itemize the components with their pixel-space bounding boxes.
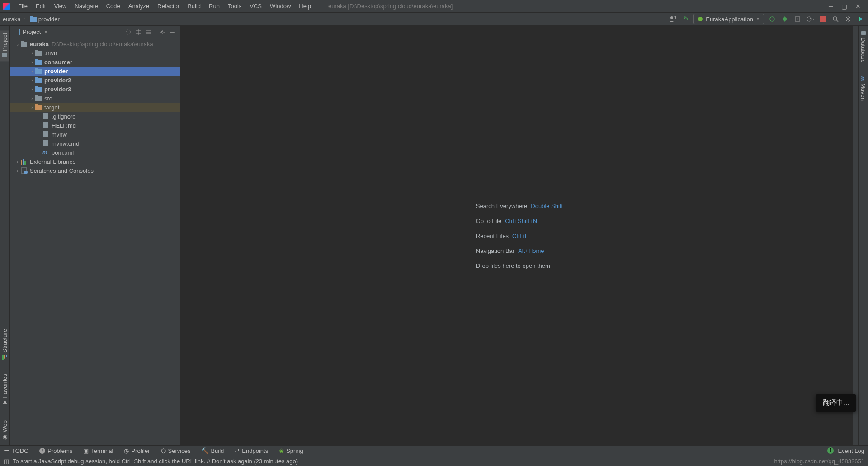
chevron-right-icon[interactable]: › (29, 69, 35, 74)
tab-services[interactable]: ⬡Services (161, 447, 191, 454)
run-button[interactable] (768, 14, 777, 24)
settings-icon[interactable] (844, 14, 853, 24)
chevron-down-icon[interactable]: ▼ (43, 29, 48, 34)
hint-label: Search Everywhere (476, 203, 527, 209)
menu-analyze[interactable]: Analyze (125, 1, 153, 11)
breadcrumb-root[interactable]: euraka (3, 16, 21, 23)
colorful-play-icon[interactable] (856, 14, 865, 24)
database-icon (861, 30, 866, 36)
file-icon (42, 113, 50, 119)
tree-node--mvn[interactable]: ›.mvn (10, 48, 180, 57)
chevron-right-icon[interactable]: › (29, 87, 35, 92)
project-title[interactable]: Project (23, 29, 41, 35)
tree-node-provider3[interactable]: ›provider3 (10, 85, 180, 94)
tree-node-provider[interactable]: ›provider (10, 67, 180, 76)
collapse-all-icon[interactable] (144, 28, 153, 37)
breadcrumb-current[interactable]: provider (38, 16, 60, 23)
tree-node-HELP-md[interactable]: HELP.md (10, 121, 180, 130)
tab-build[interactable]: 🔨Build (201, 447, 224, 454)
chevron-right-icon[interactable]: › (29, 51, 35, 56)
stop-button[interactable] (818, 14, 827, 24)
tree-node-src[interactable]: ›src (10, 94, 180, 103)
menu-help[interactable]: Help (295, 1, 315, 11)
hide-icon[interactable]: ─ (168, 28, 177, 37)
scratches-icon (21, 167, 28, 174)
chevron-right-icon[interactable]: › (29, 105, 35, 110)
menu-run[interactable]: Run (205, 1, 223, 11)
chevron-right-icon[interactable]: › (14, 159, 21, 164)
coverage-button[interactable] (793, 14, 802, 24)
stripe-database[interactable]: Database (860, 30, 867, 63)
menu-navigate[interactable]: Navigate (71, 1, 101, 11)
folder-icon (35, 50, 42, 56)
file-icon (42, 131, 50, 138)
svg-rect-27 (5, 355, 6, 359)
tree-scratches[interactable]: › Scratches and Consoles (10, 166, 180, 175)
file-icon (42, 140, 50, 147)
project-tree[interactable]: ⌄ euraka D:\Desktop\spring cloud\euraka\… (10, 38, 180, 445)
tab-todo[interactable]: ≔TODO (4, 447, 28, 454)
svg-rect-47 (35, 69, 42, 74)
menu-window[interactable]: Window (266, 1, 294, 11)
menu-build[interactable]: Build (184, 1, 204, 11)
menu-edit[interactable]: Edit (32, 1, 49, 11)
chevron-right-icon[interactable]: › (14, 168, 21, 173)
breadcrumb[interactable]: euraka 〉 provider (3, 15, 60, 23)
tree-node-mvnw-cmd[interactable]: mvnw.cmd (10, 139, 180, 148)
menu-view[interactable]: View (50, 1, 70, 11)
tab-problems[interactable]: !Problems (39, 447, 72, 454)
add-user-icon[interactable]: ▾ (668, 14, 677, 24)
tree-node-mvnw[interactable]: mvnw (10, 130, 180, 139)
expand-all-icon[interactable] (134, 28, 143, 37)
menu-tools[interactable]: Tools (224, 1, 245, 11)
menu-file[interactable]: File (14, 1, 31, 11)
tree-external-libraries[interactable]: › External Libraries (10, 157, 180, 166)
chevron-down-icon: ▼ (756, 17, 760, 21)
sync-icon[interactable] (681, 14, 690, 24)
minimize-button[interactable]: ─ (829, 3, 833, 10)
stripe-web[interactable]: ◉ Web (1, 420, 8, 441)
chevron-right-icon[interactable]: › (29, 96, 35, 101)
locate-icon[interactable] (124, 28, 133, 37)
svg-rect-45 (35, 60, 42, 65)
editor-scrollbar[interactable] (853, 26, 858, 445)
left-tool-stripe: Project Structure ★ Favorites ◉ Web (0, 26, 10, 445)
tab-event-log[interactable]: 1Event Log (827, 447, 864, 454)
chevron-right-icon[interactable]: › (29, 60, 35, 65)
chevron-right-icon[interactable]: › (29, 78, 35, 83)
menu-refactor[interactable]: Refactor (154, 1, 183, 11)
run-configuration-dropdown[interactable]: EurakaApplication ▼ (693, 14, 764, 24)
tab-endpoints[interactable]: ⇄Endpoints (235, 447, 268, 454)
menu-vcs[interactable]: VCS (246, 1, 265, 11)
svg-rect-28 (3, 355, 4, 360)
tree-root[interactable]: ⌄ euraka D:\Desktop\spring cloud\euraka\… (10, 39, 180, 48)
tree-node--gitignore[interactable]: .gitignore (10, 112, 180, 121)
tree-node-provider2[interactable]: ›provider2 (10, 76, 180, 85)
close-button[interactable]: ✕ (855, 3, 861, 10)
gear-icon[interactable] (158, 28, 167, 37)
debug-button[interactable] (780, 14, 789, 24)
tab-terminal[interactable]: ▣Terminal (83, 447, 113, 454)
tree-node-label: mvnw.cmd (52, 140, 79, 147)
tree-node-pom-xml[interactable]: mpom.xml (10, 148, 180, 157)
svg-rect-55 (35, 105, 42, 110)
stripe-structure[interactable]: Structure (1, 329, 8, 360)
svg-rect-58 (43, 122, 48, 128)
tab-profiler[interactable]: ◷Profiler (124, 447, 150, 454)
main-area: Project Structure ★ Favorites ◉ Web Proj… (0, 26, 868, 445)
svg-rect-25 (2, 53, 8, 57)
stripe-project[interactable]: Project (0, 30, 9, 61)
tree-node-consumer[interactable]: ›consumer (10, 57, 180, 67)
chevron-down-icon[interactable]: ⌄ (14, 42, 21, 47)
stripe-favorites[interactable]: ★ Favorites (1, 374, 8, 406)
tab-spring[interactable]: ❀Spring (279, 447, 303, 454)
menu-code[interactable]: Code (103, 1, 124, 11)
editor-hint: Search EverywhereDouble Shift (476, 202, 563, 209)
tree-node-label: target (44, 104, 59, 111)
maximize-button[interactable]: ▢ (841, 3, 847, 10)
profile-button[interactable]: ▾ (806, 14, 815, 24)
status-window-icon[interactable]: ◫ (4, 458, 9, 465)
search-icon[interactable] (831, 14, 840, 24)
tree-node-target[interactable]: ›target (10, 103, 180, 112)
stripe-maven[interactable]: m Maven (860, 76, 867, 101)
